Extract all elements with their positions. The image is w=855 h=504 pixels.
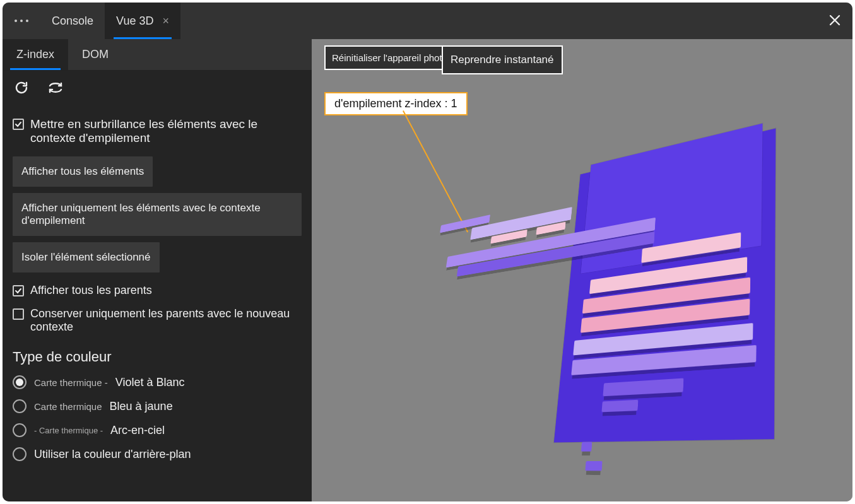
close-tab-icon[interactable]: × (162, 15, 169, 26)
more-menu-icon[interactable] (3, 20, 40, 22)
layer-bar (601, 400, 638, 413)
check-show-parents[interactable]: Afficher tous les parents (10, 279, 304, 302)
isolate-button[interactable]: Isoler l'élément sélectionné (13, 242, 160, 273)
show-all-button[interactable]: Afficher tous les éléments (13, 156, 153, 187)
radio-rainbow[interactable]: - Carte thermique - Arc-en-ciel (10, 418, 304, 442)
subtab-dom-label: DOM (82, 48, 109, 61)
check-keep-parents[interactable]: Conserver uniquement les parents avec le… (10, 302, 304, 339)
check-highlight[interactable]: Mettre en surbrillance les éléments avec… (10, 112, 304, 150)
show-stacking-only-label: Afficher uniquement les éléments avec le… (21, 202, 261, 226)
tab-console[interactable]: Console (40, 3, 105, 39)
check-highlight-label: Mettre en surbrillance les éléments avec… (30, 117, 302, 145)
toolbar (3, 71, 312, 105)
checkbox-icon (13, 285, 24, 296)
tab-vue3d[interactable]: Vue 3D × (105, 3, 180, 39)
tab-vue3d-label: Vue 3D (116, 15, 153, 28)
devtools-window: Console Vue 3D × Z-index DOM (3, 3, 852, 501)
main: Z-index DOM Mettre en surbrillance les é… (3, 39, 852, 501)
subtab-dom[interactable]: DOM (68, 39, 122, 70)
close-panel-icon[interactable] (826, 11, 844, 33)
show-all-label: Afficher tous les éléments (21, 165, 144, 177)
radio-label: Violet à Blanc (115, 376, 185, 389)
reset-camera-label: Réinitialiser l'appareil photo (332, 52, 447, 63)
radio-label: Utiliser la couleur d'arrière-plan (34, 448, 191, 461)
subtab-zindex[interactable]: Z-index (3, 39, 68, 70)
3d-scene (387, 122, 806, 487)
zindex-callout: d'empilement z-index : 1 (324, 92, 468, 115)
swap-icon[interactable] (47, 80, 64, 95)
tab-console-label: Console (52, 15, 93, 28)
radio-icon (13, 375, 27, 389)
options: Mettre en surbrillance les éléments avec… (3, 105, 312, 471)
retake-label: Reprendre instantané (451, 54, 554, 66)
viewport-3d[interactable]: Réinitialiser l'appareil photo Reprendre… (312, 39, 852, 501)
radio-prefix: - Carte thermique - (34, 426, 103, 435)
topbar: Console Vue 3D × (3, 3, 852, 39)
radio-blue-yellow[interactable]: Carte thermique Bleu à jaune (10, 394, 304, 418)
checkbox-icon (13, 119, 24, 130)
radio-purple-white[interactable]: Carte thermique - Violet à Blanc (10, 370, 304, 394)
layer-bar (585, 461, 602, 471)
color-type-heading: Type de couleur (10, 339, 304, 370)
subtabs: Z-index DOM (3, 39, 312, 71)
show-stacking-only-button[interactable]: Afficher uniquement les éléments avec le… (13, 193, 302, 236)
radio-prefix: Carte thermique (34, 401, 102, 412)
sidebar: Z-index DOM Mettre en surbrillance les é… (3, 39, 312, 501)
tabs: Console Vue 3D × (40, 3, 180, 39)
radio-icon (13, 399, 27, 413)
retake-snapshot-button[interactable]: Reprendre instantané (442, 45, 563, 74)
reload-icon[interactable] (14, 80, 29, 95)
radio-icon (13, 447, 27, 461)
radio-prefix: Carte thermique - (34, 377, 108, 388)
checkbox-icon (13, 308, 24, 320)
check-show-parents-label: Afficher tous les parents (30, 284, 152, 297)
radio-label: Arc-en-ciel (110, 424, 165, 437)
subtab-zindex-label: Z-index (16, 48, 54, 61)
radio-background-color[interactable]: Utiliser la couleur d'arrière-plan (10, 442, 304, 466)
isolate-label: Isoler l'élément sélectionné (21, 251, 151, 263)
layer-bar (581, 442, 593, 452)
reset-camera-button[interactable]: Réinitialiser l'appareil photo (324, 45, 455, 70)
check-keep-parents-label: Conserver uniquement les parents avec le… (30, 307, 302, 334)
radio-icon (13, 423, 27, 437)
radio-label: Bleu à jaune (110, 400, 173, 413)
